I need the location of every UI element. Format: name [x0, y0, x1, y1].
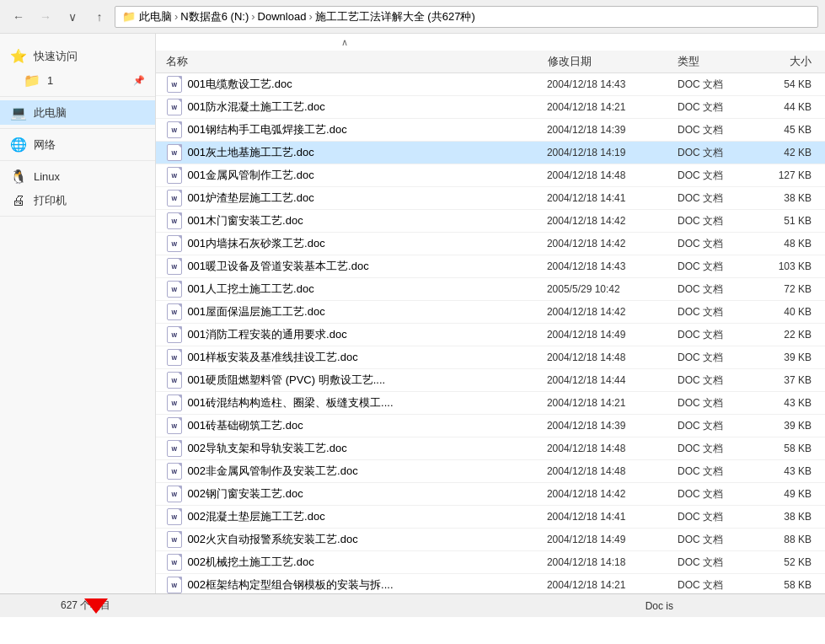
file-date-7: 2004/12/18 14:42: [547, 238, 678, 250]
file-name-5: 001炉渣垫层施工工艺.doc: [187, 191, 547, 206]
file-name-16: 002导轨支架和导轨安装工艺.doc: [187, 441, 547, 456]
file-date-18: 2004/12/18 14:42: [547, 488, 678, 500]
file-icon-10: W: [166, 303, 182, 320]
col-header-date[interactable]: 修改日期: [548, 54, 678, 69]
file-size-3: 42 KB: [759, 147, 825, 158]
file-icon-22: W: [166, 577, 182, 593]
sidebar-item-linux[interactable]: 🐧 Linux: [0, 164, 155, 189]
table-row[interactable]: W 001钢结构手工电弧焊接工艺.doc 2004/12/18 14:39 DO…: [156, 119, 825, 142]
file-type-5: DOC 文档: [678, 191, 759, 206]
table-row[interactable]: W 001硬质阻燃塑料管 (PVC) 明敷设工艺.... 2004/12/18 …: [156, 369, 825, 392]
file-date-21: 2004/12/18 14:18: [547, 556, 678, 568]
sidebar-item-network[interactable]: 🌐 网络: [0, 132, 155, 157]
file-icon-16: W: [166, 440, 182, 457]
doc-icon-14: W: [167, 394, 182, 411]
sep2: ›: [251, 10, 254, 23]
sidebar-item-printer[interactable]: 🖨 打印机: [0, 189, 155, 212]
file-name-21: 002机械挖土施工工艺.doc: [187, 555, 547, 570]
table-row[interactable]: W 002钢门窗安装工艺.doc 2004/12/18 14:42 DOC 文档…: [156, 483, 825, 506]
dropdown-button[interactable]: ∨: [61, 5, 84, 29]
file-size-7: 48 KB: [759, 238, 825, 250]
file-size-8: 103 KB: [759, 260, 825, 272]
table-row[interactable]: W 001木门窗安装工艺.doc 2004/12/18 14:42 DOC 文档…: [156, 210, 825, 233]
file-name-15: 001砖基础砌筑工艺.doc: [187, 418, 547, 433]
file-date-14: 2004/12/18 14:21: [547, 397, 678, 409]
file-name-10: 001屋面保温层施工工艺.doc: [187, 304, 547, 319]
breadcrumb-pc[interactable]: 此电脑: [139, 9, 172, 24]
file-icon-11: W: [166, 326, 182, 343]
devices-section: 💻 此电脑: [0, 97, 155, 129]
table-row[interactable]: W 001消防工程安装的通用要求.doc 2004/12/18 14:49 DO…: [156, 324, 825, 346]
file-type-15: DOC 文档: [678, 419, 759, 433]
table-row[interactable]: W 001砖基础砌筑工艺.doc 2004/12/18 14:39 DOC 文档…: [156, 415, 825, 437]
status-bar: 627 个项目 Doc is: [0, 593, 825, 617]
doc-icon-1: W: [167, 99, 182, 115]
table-row[interactable]: W 002框架结构定型组合钢模板的安装与拆.... 2004/12/18 14:…: [156, 574, 825, 593]
table-row[interactable]: W 001电缆敷设工艺.doc 2004/12/18 14:43 DOC 文档 …: [156, 73, 825, 96]
file-icon-18: W: [166, 486, 182, 502]
doc-icon-21: W: [167, 554, 182, 571]
file-icon-12: W: [166, 349, 182, 366]
table-row[interactable]: W 001砖混结构构造柱、圈梁、板缝支模工.... 2004/12/18 14:…: [156, 392, 825, 415]
file-date-3: 2004/12/18 14:19: [547, 147, 678, 158]
file-size-15: 39 KB: [759, 420, 825, 432]
main-layout: ⭐ 快速访问 📁 1 📌 💻 此电脑 🌐 网络 🐧: [0, 34, 825, 593]
folder1-icon: 📁: [24, 72, 40, 89]
col-header-size[interactable]: 大小: [759, 54, 825, 69]
table-row[interactable]: W 002火灾自动报警系统安装工艺.doc 2004/12/18 14:49 D…: [156, 529, 825, 551]
file-icon-2: W: [166, 121, 182, 138]
doc-icon-10: W: [167, 303, 182, 320]
sort-arrow-up: ∧: [341, 37, 348, 48]
linux-section: 🐧 Linux 🖨 打印机: [0, 161, 155, 217]
pin-icon: 📌: [133, 75, 145, 86]
breadcrumb-download[interactable]: Download: [258, 10, 307, 23]
table-row[interactable]: W 002机械挖土施工工艺.doc 2004/12/18 14:18 DOC 文…: [156, 551, 825, 574]
table-row[interactable]: W 001暖卫设备及管道安装基本工艺.doc 2004/12/18 14:43 …: [156, 255, 825, 278]
file-date-15: 2004/12/18 14:39: [547, 420, 678, 432]
network-icon: 🌐: [10, 137, 27, 153]
this-pc-label: 此电脑: [34, 105, 145, 121]
file-type-10: DOC 文档: [678, 305, 759, 319]
up-button[interactable]: ↑: [88, 5, 111, 29]
sep3: ›: [308, 10, 312, 23]
table-row[interactable]: W 001样板安装及基准线挂设工艺.doc 2004/12/18 14:48 D…: [156, 346, 825, 369]
col-header-type[interactable]: 类型: [678, 54, 759, 69]
table-row[interactable]: W 002混凝土垫层施工工艺.doc 2004/12/18 14:41 DOC …: [156, 506, 825, 529]
file-type-7: DOC 文档: [678, 237, 759, 251]
file-type-22: DOC 文档: [678, 578, 759, 593]
sidebar-item-this-pc[interactable]: 💻 此电脑: [0, 100, 155, 125]
file-icon-4: W: [166, 167, 182, 184]
sep1: ›: [174, 10, 178, 23]
file-date-10: 2004/12/18 14:42: [547, 306, 678, 318]
file-icon-14: W: [166, 394, 182, 411]
doc-icon-8: W: [167, 258, 182, 275]
file-icon-9: W: [166, 281, 182, 298]
network-label: 网络: [34, 137, 145, 153]
file-name-17: 002非金属风管制作及安装工艺.doc: [187, 464, 547, 479]
forward-button[interactable]: →: [34, 5, 57, 29]
table-row[interactable]: W 001防水混凝土施工工艺.doc 2004/12/18 14:21 DOC …: [156, 96, 825, 119]
file-name-20: 002火灾自动报警系统安装工艺.doc: [187, 532, 547, 547]
file-icon-13: W: [166, 372, 182, 389]
file-type-16: DOC 文档: [678, 442, 759, 456]
quick-access-icon: ⭐: [10, 48, 27, 64]
col-size-label: 大小: [790, 55, 812, 67]
this-pc-icon: 💻: [10, 105, 27, 121]
col-header-name[interactable]: 名称: [156, 54, 548, 69]
table-row[interactable]: W 001屋面保温层施工工艺.doc 2004/12/18 14:42 DOC …: [156, 301, 825, 324]
sidebar-item-folder1[interactable]: 📁 1 📌: [0, 68, 155, 93]
table-row[interactable]: W 001炉渣垫层施工工艺.doc 2004/12/18 14:41 DOC 文…: [156, 187, 825, 210]
file-date-11: 2004/12/18 14:49: [547, 329, 678, 341]
back-button[interactable]: ←: [7, 5, 30, 29]
table-row[interactable]: W 001金属风管制作工艺.doc 2004/12/18 14:48 DOC 文…: [156, 164, 825, 187]
table-row[interactable]: W 002导轨支架和导轨安装工艺.doc 2004/12/18 14:48 DO…: [156, 437, 825, 460]
sidebar-item-quick-access[interactable]: ⭐ 快速访问: [0, 44, 155, 68]
table-row[interactable]: W 001人工挖土施工工艺.doc 2005/5/29 10:42 DOC 文档…: [156, 278, 825, 301]
file-size-22: 58 KB: [759, 579, 825, 591]
breadcrumb-drive[interactable]: N数据盘6 (N:): [180, 9, 249, 24]
table-row[interactable]: W 001灰土地基施工工艺.doc 2004/12/18 14:19 DOC 文…: [156, 142, 825, 164]
table-row[interactable]: W 001内墙抹石灰砂浆工艺.doc 2004/12/18 14:42 DOC …: [156, 233, 825, 255]
table-row[interactable]: W 002非金属风管制作及安装工艺.doc 2004/12/18 14:48 D…: [156, 460, 825, 483]
file-name-6: 001木门窗安装工艺.doc: [187, 213, 547, 228]
doc-icon-11: W: [167, 326, 182, 343]
